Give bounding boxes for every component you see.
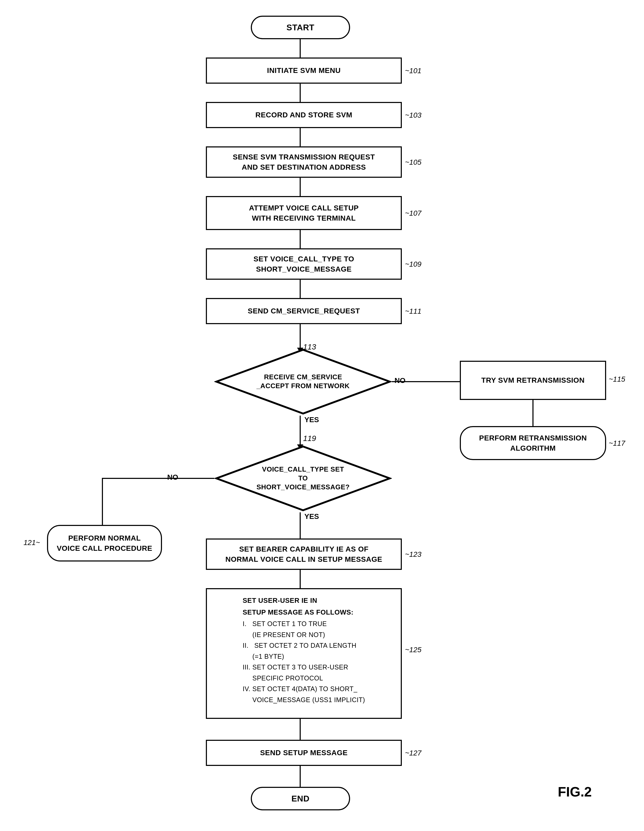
ref-103: ~103 <box>405 111 421 119</box>
node-105: SENSE SVM TRANSMISSION REQUEST AND SET D… <box>206 146 402 178</box>
arrow-no-119-v <box>102 478 103 525</box>
ref-109: ~109 <box>405 260 421 269</box>
yes-label-113: YES <box>304 416 319 424</box>
start-node: START <box>251 16 350 39</box>
diamond-113-label: RECEIVE CM_SERVICE _ACCEPT FROM NETWORK <box>256 373 350 390</box>
arrow-no-119-h <box>102 478 214 479</box>
node-117: PERFORM RETRANSMISSION ALGORITHM <box>460 426 606 460</box>
node-107-label: ATTEMPT VOICE CALL SETUP WITH RECEIVING … <box>249 203 359 223</box>
ref-115: ~115 <box>609 375 625 384</box>
arrow-2 <box>300 84 301 102</box>
ref-117: ~117 <box>609 439 625 447</box>
arrow-3 <box>300 128 301 146</box>
arrow-4 <box>300 178 301 196</box>
ref-107: ~107 <box>405 209 421 218</box>
end-node: END <box>251 787 350 810</box>
arrow-10 <box>300 719 301 740</box>
node-109: SET VOICE_CALL_TYPE TO SHORT_VOICE_MESSA… <box>206 248 402 280</box>
ref-105: ~105 <box>405 158 421 167</box>
node-117-label: PERFORM RETRANSMISSION ALGORITHM <box>479 433 587 453</box>
node-111: SEND CM_SERVICE_REQUEST <box>206 298 402 324</box>
node-101-label: INITIATE SVM MENU <box>267 67 341 75</box>
arrow-9 <box>300 570 301 588</box>
node-105-label: SENSE SVM TRANSMISSION REQUEST AND SET D… <box>233 152 375 172</box>
node-103-label: RECORD AND STORE SVM <box>256 111 353 119</box>
node-127: SEND SETUP MESSAGE <box>206 740 402 766</box>
node-125-content: SET USER-USER IE IN SETUP MESSAGE AS FOL… <box>243 595 365 705</box>
end-label: END <box>291 794 309 804</box>
ref-101: ~101 <box>405 67 421 75</box>
no-label-113: NO <box>394 376 405 385</box>
arrow-5 <box>300 230 301 248</box>
diamond-113: RECEIVE CM_SERVICE _ACCEPT FROM NETWORK <box>214 348 392 416</box>
start-label: START <box>286 23 315 32</box>
diamond-119-label: VOICE_CALL_TYPE SET TO SHORT_VOICE_MESSA… <box>256 465 350 491</box>
fig-label: FIG.2 <box>558 784 592 800</box>
node-107: ATTEMPT VOICE CALL SETUP WITH RECEIVING … <box>206 196 402 230</box>
ref-119: 119 <box>303 434 316 443</box>
yes-label-119: YES <box>304 513 319 521</box>
arrow-6 <box>300 280 301 298</box>
node-115: TRY SVM RETRANSMISSION <box>460 361 606 400</box>
arrow-1 <box>300 39 301 57</box>
node-121-label: PERFORM NORMAL VOICE CALL PROCEDURE <box>57 533 152 553</box>
ref-121: 121~ <box>24 538 40 547</box>
node-127-label: SEND SETUP MESSAGE <box>260 749 347 757</box>
ref-127: ~127 <box>405 749 421 757</box>
node-109-label: SET VOICE_CALL_TYPE TO SHORT_VOICE_MESSA… <box>253 254 354 274</box>
node-115-label: TRY SVM RETRANSMISSION <box>481 375 584 385</box>
ref-123: ~123 <box>405 550 421 559</box>
arrow-11 <box>300 766 301 787</box>
arrow-7 <box>300 324 301 348</box>
node-123: SET BEARER CAPABILITY IE AS OF NORMAL VO… <box>206 538 402 570</box>
arrow-8 <box>533 400 533 426</box>
arrow-yes-119 <box>300 513 301 538</box>
diamond-119: VOICE_CALL_TYPE SET TO SHORT_VOICE_MESSA… <box>214 444 392 513</box>
node-121: PERFORM NORMAL VOICE CALL PROCEDURE <box>47 525 162 562</box>
flowchart-diagram: START INITIATE SVM MENU ~101 RECORD AND … <box>0 0 644 831</box>
arrow-yes-113 <box>300 416 301 444</box>
ref-125: ~125 <box>405 646 421 654</box>
no-label-119: NO <box>167 473 178 481</box>
arrow-no-113 <box>392 381 460 382</box>
ref-111: ~111 <box>405 307 421 315</box>
node-125: SET USER-USER IE IN SETUP MESSAGE AS FOL… <box>206 588 402 719</box>
node-103: RECORD AND STORE SVM <box>206 102 402 128</box>
node-111-label: SEND CM_SERVICE_REQUEST <box>248 307 360 315</box>
node-101: INITIATE SVM MENU <box>206 57 402 84</box>
node-123-label: SET BEARER CAPABILITY IE AS OF NORMAL VO… <box>226 544 382 564</box>
